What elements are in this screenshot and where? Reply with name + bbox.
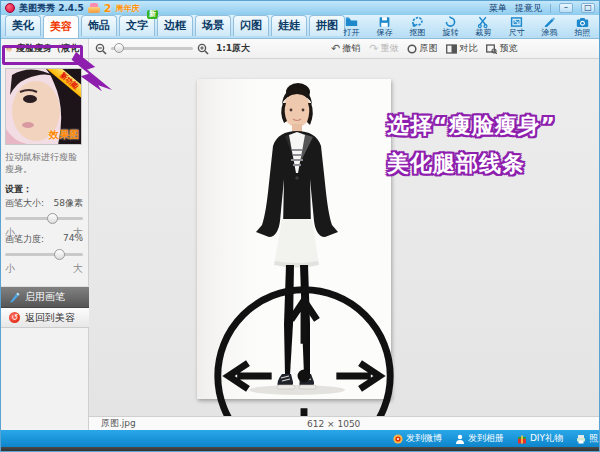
edit-canvas[interactable]: 选择“瘦脸瘦身” 美化腿部线条 — [89, 59, 599, 416]
tab-text[interactable]: 文字新 — [119, 15, 155, 36]
cutout-button[interactable]: 抠图 — [401, 15, 434, 38]
tab-flash[interactable]: 闪图 — [233, 15, 269, 36]
preview-button[interactable]: 预览 — [486, 42, 517, 55]
album-icon — [455, 434, 465, 444]
crop-button[interactable]: 裁剪 — [467, 15, 500, 38]
gift-icon — [517, 434, 527, 444]
max-label: 大 — [73, 262, 83, 276]
status-bar: 原图.jpg 612 × 1050 — [89, 416, 599, 430]
face-icon — [5, 43, 13, 54]
min-label: 小 — [5, 262, 15, 276]
cake-icon — [88, 3, 100, 13]
tool-hint: 拉动鼠标进行瘦脸瘦身。 — [5, 151, 85, 175]
window-bottom-edge — [1, 447, 599, 452]
diy-gift-button[interactable]: DIY礼物 — [517, 432, 563, 445]
preview-icon — [486, 44, 497, 54]
brush-size-label: 画笔大小: — [5, 197, 44, 210]
folder-open-icon — [345, 16, 358, 28]
share-weibo-button[interactable]: 发到微博 — [393, 432, 442, 445]
panel-header: 瘦脸瘦身（液化） — [1, 39, 89, 58]
redo-button[interactable]: ↷重做 — [369, 42, 398, 55]
maximize-button[interactable]: □ — [581, 3, 595, 13]
settings-title: 设置： — [5, 183, 32, 196]
doodle-button[interactable]: 涂鸦 — [533, 15, 566, 38]
brush-strength-slider[interactable] — [5, 253, 83, 256]
rotate-button[interactable]: 旋转 — [434, 15, 467, 38]
menu-button[interactable]: 菜单 — [489, 2, 507, 15]
back-icon: ↺ — [9, 312, 20, 323]
save-button[interactable]: 保存 — [368, 15, 401, 38]
compare-icon — [446, 44, 457, 54]
main-area: 选择“瘦脸瘦身” 美化腿部线条 原图.jpg 612 × 1050 — [89, 59, 599, 430]
weibo-icon — [393, 434, 403, 444]
photo-print-button[interactable]: 照片冲印 — [576, 432, 599, 445]
tutorial-annotation-line2: 美化腿部线条 — [387, 149, 525, 179]
tab-frames[interactable]: 边框 — [157, 15, 193, 36]
tool-sidebar: 新功能 效果图 拉动鼠标进行瘦脸瘦身。 设置： 画笔大小:58像素 小大 画笔力… — [1, 59, 89, 430]
titlebar-divider — [550, 4, 551, 13]
share-footer: 发到微博 发到相册 DIY礼物 照片冲印 — [1, 430, 599, 447]
tutorial-annotation-line1: 选择“瘦脸瘦身” — [387, 111, 556, 141]
brush-strength-label: 画笔力度: — [5, 233, 44, 246]
cutout-icon — [411, 16, 424, 28]
brush-size-value: 58像素 — [54, 197, 83, 210]
crop-icon — [477, 16, 490, 28]
enable-brush-button[interactable]: 启用画笔 — [1, 287, 89, 308]
tab-bar: 美化 美容 饰品 文字新 边框 场景 闪图 娃娃 拼图 打开 保存 抠图 — [1, 15, 599, 39]
zoom-out-icon[interactable] — [95, 43, 107, 55]
doodle-icon — [543, 16, 556, 28]
tab-scenes[interactable]: 场景 — [195, 15, 231, 36]
brush-strength-value: 74% — [63, 233, 83, 246]
rotate-icon — [444, 16, 457, 28]
tab-beauty[interactable]: 美容 — [43, 15, 79, 38]
effect-label: 效果图 — [49, 128, 79, 142]
undo-button[interactable]: ↶撤销 — [331, 42, 360, 55]
app-window: 美图秀秀 2.4.5 2 周年庆 菜单 提意见 – □ 美化 美容 饰品 文字新… — [0, 0, 600, 452]
zoom-in-icon[interactable] — [197, 43, 209, 55]
back-to-beauty-button[interactable]: ↺ 返回到美容 — [1, 308, 89, 328]
photo[interactable] — [197, 79, 391, 399]
tab-beautify[interactable]: 美化 — [5, 15, 41, 36]
resize-icon — [510, 16, 523, 28]
printer-icon — [576, 434, 586, 444]
effect-thumbnail[interactable]: 新功能 效果图 — [5, 68, 82, 145]
titlebar: 美图秀秀 2.4.5 2 周年庆 菜单 提意见 – □ — [1, 1, 599, 15]
original-button[interactable]: 原图 — [407, 42, 437, 55]
tab-accessories[interactable]: 饰品 — [81, 15, 117, 36]
zoom-slider-handle[interactable] — [114, 43, 124, 53]
minimize-button[interactable]: – — [559, 3, 573, 13]
camera-icon — [576, 16, 589, 28]
zoom-slider[interactable] — [111, 47, 193, 50]
app-title: 美图秀秀 2.4.5 — [19, 2, 84, 15]
control-bar: 瘦脸瘦身（液化） 1:1原大 ↶撤销 ↷重做 原图 对比 预览 — [1, 39, 599, 59]
tab-doll[interactable]: 娃娃 — [271, 15, 307, 36]
brush-size-handle[interactable] — [47, 213, 58, 224]
anniversary-number: 2 — [104, 2, 112, 15]
original-icon — [407, 44, 417, 54]
resize-button[interactable]: 尺寸 — [500, 15, 533, 38]
share-album-button[interactable]: 发到相册 — [455, 432, 504, 445]
feedback-button[interactable]: 提意见 — [515, 2, 542, 15]
panel-title: 瘦脸瘦身（液化） — [16, 42, 88, 55]
zoom-ratio-button[interactable]: 1:1原大 — [216, 42, 250, 55]
brush-size-slider[interactable] — [5, 217, 83, 220]
anniversary-badge: 周年庆 — [115, 3, 139, 14]
save-icon — [378, 16, 391, 28]
compare-button[interactable]: 对比 — [446, 42, 477, 55]
open-button[interactable]: 打开 — [335, 15, 368, 38]
filename: 原图.jpg — [89, 417, 136, 430]
redo-icon: ↷ — [369, 44, 378, 54]
camera-button[interactable]: 拍照 — [566, 15, 599, 38]
app-logo-icon — [5, 3, 15, 13]
liquify-cursor — [207, 216, 401, 416]
image-dimensions: 612 × 1050 — [307, 419, 360, 429]
brush-strength-handle[interactable] — [54, 249, 65, 260]
brush-icon — [9, 292, 20, 303]
undo-icon: ↶ — [331, 44, 340, 54]
